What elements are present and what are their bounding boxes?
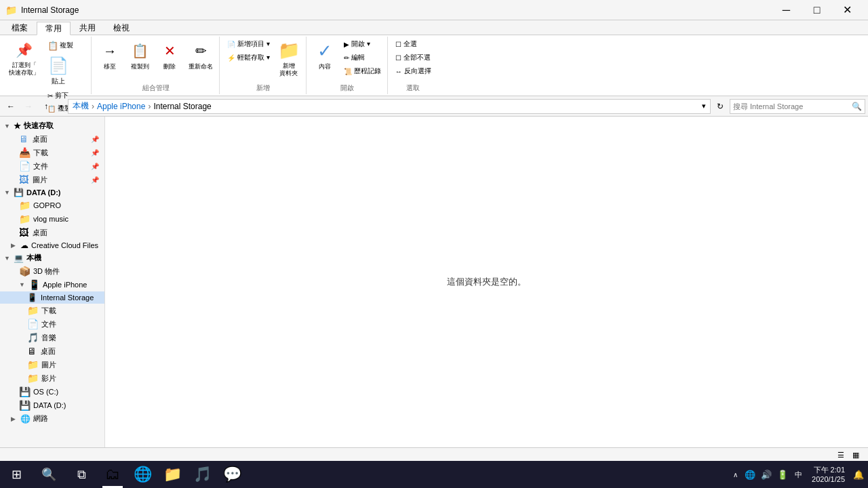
rename-icon: ✏ — [190, 40, 212, 62]
downloads-pin-icon: 📌 — [91, 149, 99, 157]
sidebar-section-data-d[interactable]: ▼ 💾 DATA (D:) — [0, 186, 104, 199]
search-button[interactable]: 🔍 — [33, 461, 65, 488]
breadcrumb-item-iphone[interactable]: Apple iPhone — [97, 102, 145, 111]
main-area: ▼ ★ 快速存取 🖥 桌面 📌 📥 下載 📌 📄 文件 📌 🖼 圖片 📌 ▼ � — [0, 117, 868, 447]
search-box: 🔍 — [730, 99, 865, 114]
sidebar-item-iphone-downloads[interactable]: 📁 下載 — [0, 304, 104, 317]
sidebar-item-apple-iphone[interactable]: ▼ 📱 Apple iPhone — [0, 278, 104, 291]
documents-icon: 📄 — [19, 161, 31, 171]
breadcrumb-expand-button[interactable]: ▾ — [702, 102, 706, 110]
open-icon: ▶ — [344, 41, 349, 48]
sidebar-item-creative-cloud[interactable]: ▶ ☁ Creative Cloud Files — [0, 239, 104, 251]
iphone-label: Apple iPhone — [43, 281, 87, 289]
properties-button[interactable]: ✓ 內容 — [311, 38, 339, 79]
sidebar-item-3d-objects[interactable]: 📦 3D 物件 — [0, 264, 104, 278]
taskbar-app-chrome[interactable]: 🌐 — [127, 461, 157, 488]
tray-overflow-icon: ∧ — [733, 471, 738, 479]
sidebar-item-internal-storage[interactable]: 📱 Internal Storage — [0, 291, 104, 304]
search-input[interactable] — [733, 102, 849, 110]
app-icon: 📁 — [5, 5, 17, 16]
sidebar-item-art[interactable]: 🖼 桌面 — [0, 226, 104, 239]
sidebar-item-vlog[interactable]: 📁 vlog music — [0, 212, 104, 226]
view-list-button[interactable]: ☰ — [834, 449, 848, 462]
breadcrumb-item-pc[interactable]: 本機 — [73, 100, 89, 112]
data-d-chevron: ▼ — [4, 189, 11, 196]
maximize-button[interactable]: □ — [802, 0, 832, 20]
files-app-icon: 🗂 — [105, 466, 120, 483]
sidebar-item-data-d2[interactable]: 💾 DATA (D:) — [0, 399, 104, 412]
task-view-button[interactable]: ⧉ — [65, 461, 98, 488]
copy-button[interactable]: 📋 複製 — [44, 38, 77, 53]
delete-icon: ✕ — [159, 40, 180, 62]
breadcrumb-sep-2: › — [148, 102, 151, 111]
iphone-documents-icon: 📄 — [27, 319, 39, 329]
tray-overflow-button[interactable]: ∧ — [730, 461, 741, 488]
volume-tray-icon[interactable]: 🔊 — [760, 468, 773, 481]
taskbar-app-music[interactable]: 🎵 — [187, 461, 217, 488]
language-button[interactable]: 中 — [792, 461, 805, 488]
3d-icon: 📦 — [19, 266, 31, 277]
sidebar-item-os-c[interactable]: 💾 OS (C:) — [0, 385, 104, 399]
documents-pin-icon: 📌 — [91, 163, 99, 170]
iphone-downloads-icon: 📁 — [27, 305, 39, 316]
new-item-button[interactable]: 📄 新增項目 ▾ — [224, 38, 273, 50]
paste-button[interactable]: 📄 貼上 — [44, 54, 73, 88]
forward-button[interactable]: → — [20, 98, 37, 115]
os-c-label: OS (C:) — [33, 388, 58, 396]
move-to-button[interactable]: → 移至 — [96, 38, 124, 79]
copy-to-button[interactable]: 📋 複製到 — [125, 38, 154, 79]
sidebar-item-documents[interactable]: 📄 文件 📌 — [0, 159, 104, 173]
pin-to-quick-access-button[interactable]: 📌 訂選到「快速存取」 — [5, 38, 43, 79]
sidebar-item-music[interactable]: 🎵 音樂 — [0, 331, 104, 344]
start-button[interactable]: ⊞ — [0, 461, 33, 488]
sidebar-item-iphone-pictures[interactable]: 📁 圖片 — [0, 358, 104, 371]
search-icon[interactable]: 🔍 — [852, 102, 862, 111]
minimize-button[interactable]: ─ — [771, 0, 802, 20]
history-button[interactable]: 📜 歷程記錄 — [340, 65, 384, 77]
up-button[interactable]: ↑ — [38, 98, 54, 115]
copy-icon: 📋 — [47, 40, 58, 51]
refresh-button[interactable]: ↻ — [712, 98, 728, 115]
downloads-label: 下載 — [33, 148, 48, 158]
taskbar-app-files[interactable]: 🗂 — [98, 461, 127, 488]
rename-button[interactable]: ✏ 重新命名 — [185, 38, 216, 79]
taskbar-app-line[interactable]: 💬 — [217, 461, 247, 488]
sidebar-section-quick-access[interactable]: ▼ ★ 快速存取 — [0, 119, 104, 132]
system-clock[interactable]: 下午 2:01 2020/1/25 — [808, 465, 849, 485]
edit-button[interactable]: ✏ 編輯 — [340, 52, 384, 64]
view-detail-button[interactable]: ▦ — [849, 449, 863, 462]
network-tray-icon[interactable]: 🌐 — [743, 468, 757, 481]
sidebar-section-local[interactable]: ▼ 💻 本機 — [0, 251, 104, 264]
empty-folder-message: 這個資料夾是空的。 — [447, 276, 526, 288]
taskbar-app-explorer[interactable]: 📁 — [157, 461, 187, 488]
tab-view[interactable]: 檢視 — [104, 21, 138, 35]
tab-share[interactable]: 共用 — [71, 21, 104, 35]
notification-icon[interactable]: 🔔 — [852, 468, 865, 481]
sidebar-item-gopro[interactable]: 📁 GOPRO — [0, 199, 104, 212]
language-label: 中 — [795, 470, 802, 480]
back-button[interactable]: ← — [3, 98, 19, 115]
sidebar-item-iphone-desktop[interactable]: 🖥 桌面 — [0, 344, 104, 358]
tab-file[interactable]: 檔案 — [3, 21, 37, 35]
sidebar-item-iphone-documents[interactable]: 📄 文件 — [0, 317, 104, 331]
sidebar-item-pictures[interactable]: 🖼 圖片 📌 — [0, 173, 104, 186]
close-button[interactable]: ✕ — [832, 0, 863, 20]
network-chevron: ▶ — [11, 415, 18, 422]
new-folder-button[interactable]: 📁 新增資料夾 — [275, 38, 303, 79]
ribbon-group-open: ✓ 內容 ▶ 開啟 ▾ ✏ 編輯 📜 歷程記錄 開啟 — [308, 37, 388, 94]
sidebar-item-network[interactable]: ▶ 🌐 網路 — [0, 412, 104, 425]
battery-tray-icon[interactable]: 🔋 — [776, 468, 789, 481]
tab-home[interactable]: 常用 — [37, 22, 71, 35]
select-all-button[interactable]: ☐ 全選 — [392, 38, 435, 50]
select-none-button[interactable]: ☐ 全部不選 — [392, 52, 435, 64]
recent-locations-button[interactable]: ▾ — [56, 98, 66, 115]
breadcrumb: 本機 › Apple iPhone › Internal Storage ▾ — [68, 99, 711, 114]
delete-button[interactable]: ✕ 刪除 — [155, 38, 184, 79]
creative-cloud-label: Creative Cloud Files — [31, 241, 98, 249]
open-dropdown-button[interactable]: ▶ 開啟 ▾ — [340, 38, 384, 50]
easy-access-button[interactable]: ⚡ 輕鬆存取 ▾ — [224, 52, 273, 64]
sidebar-item-desktop[interactable]: 🖥 桌面 📌 — [0, 132, 104, 146]
invert-selection-button[interactable]: ↔ 反向選擇 — [392, 65, 435, 77]
sidebar-item-videos[interactable]: 📁 影片 — [0, 371, 104, 385]
sidebar-item-downloads[interactable]: 📥 下載 📌 — [0, 146, 104, 159]
